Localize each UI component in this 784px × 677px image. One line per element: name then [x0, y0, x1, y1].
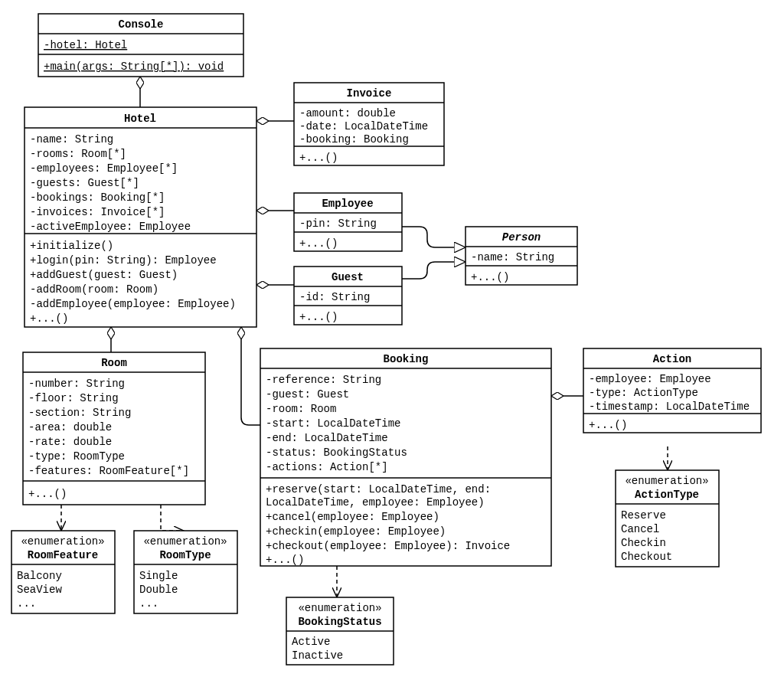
svg-text:+...(): +...() — [299, 311, 338, 323]
svg-text:-bookings: Booking[*]: -bookings: Booking[*] — [30, 191, 165, 204]
svg-text:SeaView: SeaView — [17, 584, 62, 596]
class-console: Console -hotel: Hotel +main(args: String… — [38, 14, 243, 77]
enum-roomfeature: «enumeration» RoomFeature Balcony SeaVie… — [11, 531, 115, 613]
svg-text:Single: Single — [139, 570, 178, 582]
svg-text:+checkin(employee: Employee): +checkin(employee: Employee) — [266, 525, 446, 538]
enum-roomtype: «enumeration» RoomType Single Double ... — [134, 531, 237, 613]
svg-text:-start: LocalDateTime: -start: LocalDateTime — [266, 417, 400, 430]
svg-text:Cancel: Cancel — [621, 523, 659, 535]
svg-text:-features: RoomFeature[*]: -features: RoomFeature[*] — [28, 465, 189, 477]
svg-text:ActionType: ActionType — [635, 489, 699, 501]
class-invoice: Invoice -amount: double -date: LocalDate… — [294, 83, 444, 165]
svg-text:+...(): +...() — [471, 271, 509, 283]
svg-text:Active: Active — [292, 636, 330, 648]
svg-text:-employee: Employee: -employee: Employee — [589, 373, 711, 385]
console-attr-0: -hotel: Hotel — [44, 39, 127, 51]
rel-employee-person — [402, 227, 466, 247]
svg-text:«enumeration»: «enumeration» — [143, 535, 227, 548]
svg-text:Employee: Employee — [322, 198, 373, 210]
svg-text:-status: BookingStatus: -status: BookingStatus — [266, 446, 407, 459]
svg-text:+initialize(): +initialize() — [30, 240, 113, 252]
svg-text:Room: Room — [101, 357, 127, 369]
class-guest: Guest -id: String +...() — [294, 267, 402, 325]
svg-text:+reserve(start: LocalDateTime,: +reserve(start: LocalDateTime, end: — [266, 483, 491, 495]
svg-text:Balcony: Balcony — [17, 570, 62, 582]
uml-class-diagram: Console -hotel: Hotel +main(args: String… — [0, 0, 784, 677]
hotel-title: Hotel — [124, 113, 156, 125]
rel-guest-person — [402, 262, 466, 279]
svg-text:BookingStatus: BookingStatus — [298, 616, 381, 628]
class-employee: Employee -pin: String +...() — [294, 193, 402, 251]
svg-text:Action: Action — [653, 353, 691, 365]
console-title: Console — [119, 18, 164, 31]
svg-text:«enumeration»: «enumeration» — [298, 602, 381, 614]
svg-text:Guest: Guest — [332, 271, 364, 283]
svg-text:-invoices: Invoice[*]: -invoices: Invoice[*] — [30, 206, 165, 218]
svg-text:RoomType: RoomType — [159, 549, 211, 561]
svg-text:+...(): +...() — [299, 152, 338, 164]
svg-text:-end: LocalDateTime: -end: LocalDateTime — [266, 432, 388, 444]
svg-text:-reference: String: -reference: String — [266, 374, 381, 386]
svg-text:+login(pin: String): Employee: +login(pin: String): Employee — [30, 254, 217, 267]
svg-text:...: ... — [17, 597, 36, 610]
svg-text:-name: String: -name: String — [471, 251, 554, 263]
console-op-0: +main(args: String[*]): void — [44, 61, 224, 73]
enum-actiontype: «enumeration» ActionType Reserve Cancel … — [616, 470, 719, 567]
class-hotel: Hotel -name: String -rooms: Room[*] -emp… — [24, 107, 256, 327]
svg-text:-timestamp: LocalDateTime: -timestamp: LocalDateTime — [589, 401, 750, 413]
svg-text:+...(): +...() — [30, 312, 68, 325]
svg-text:-guests: Guest[*]: -guests: Guest[*] — [30, 177, 139, 189]
svg-text:+...(): +...() — [589, 419, 627, 431]
svg-text:+...(): +...() — [266, 554, 304, 566]
svg-text:-floor: String: -floor: String — [28, 392, 119, 404]
svg-text:-addEmployee(employee: Employe: -addEmployee(employee: Employee) — [30, 298, 236, 310]
svg-text:«enumeration»: «enumeration» — [21, 535, 104, 548]
svg-text:+cancel(employee: Employee): +cancel(employee: Employee) — [266, 511, 439, 523]
class-booking: Booking -reference: String -guest: Guest… — [260, 348, 551, 566]
svg-text:-date: LocalDateTime: -date: LocalDateTime — [299, 120, 428, 132]
svg-text:-actions: Action[*]: -actions: Action[*] — [266, 461, 388, 473]
svg-text:-name: String: -name: String — [30, 133, 113, 146]
svg-text:-amount: double: -amount: double — [299, 107, 396, 119]
svg-text:...: ... — [139, 597, 158, 610]
class-action: Action -employee: Employee -type: Action… — [583, 348, 761, 433]
svg-text:Checkout: Checkout — [621, 551, 672, 563]
svg-text:-employees: Employee[*]: -employees: Employee[*] — [30, 162, 178, 175]
rel-hotel-booking — [241, 327, 260, 425]
svg-text:LocalDateTime, employee: Emplo: LocalDateTime, employee: Employee) — [266, 496, 485, 509]
svg-text:-type: RoomType: -type: RoomType — [28, 450, 125, 463]
svg-text:-booking: Booking: -booking: Booking — [299, 133, 409, 146]
svg-text:Person: Person — [502, 231, 541, 244]
svg-text:-section: String: -section: String — [28, 407, 131, 419]
svg-text:-id: String: -id: String — [299, 291, 370, 303]
svg-text:-number: String: -number: String — [28, 378, 125, 390]
svg-text:Booking: Booking — [384, 353, 429, 365]
enum-bookingstatus: «enumeration» BookingStatus Active Inact… — [286, 597, 394, 665]
svg-text:-pin: String: -pin: String — [299, 217, 377, 230]
svg-text:RoomFeature: RoomFeature — [28, 549, 98, 561]
svg-text:-rooms: Room[*]: -rooms: Room[*] — [30, 148, 126, 160]
svg-text:-addRoom(room: Room): -addRoom(room: Room) — [30, 283, 158, 296]
svg-text:-activeEmployee: Employee: -activeEmployee: Employee — [30, 221, 191, 233]
svg-text:+addGuest(guest: Guest): +addGuest(guest: Guest) — [30, 269, 178, 281]
svg-text:-area: double: -area: double — [28, 421, 112, 433]
svg-text:-rate: double: -rate: double — [28, 436, 112, 448]
svg-text:+...(): +...() — [299, 237, 338, 250]
svg-text:«enumeration»: «enumeration» — [625, 475, 708, 487]
rel-room-roomtype — [161, 505, 184, 531]
svg-text:Checkin: Checkin — [621, 537, 666, 549]
class-room: Room -number: String -floor: String -sec… — [23, 352, 205, 505]
svg-text:Double: Double — [139, 584, 178, 596]
svg-text:Inactive: Inactive — [292, 649, 343, 662]
svg-text:-room: Room: -room: Room — [266, 403, 336, 415]
svg-text:-guest: Guest: -guest: Guest — [266, 388, 349, 401]
svg-text:+...(): +...() — [28, 488, 67, 500]
class-person: Person -name: String +...() — [466, 227, 577, 285]
svg-text:Reserve: Reserve — [621, 509, 666, 522]
svg-text:+checkout(employee: Employee):: +checkout(employee: Employee): Invoice — [266, 540, 510, 552]
svg-text:-type: ActionType: -type: ActionType — [589, 387, 698, 399]
svg-text:Invoice: Invoice — [347, 87, 392, 100]
